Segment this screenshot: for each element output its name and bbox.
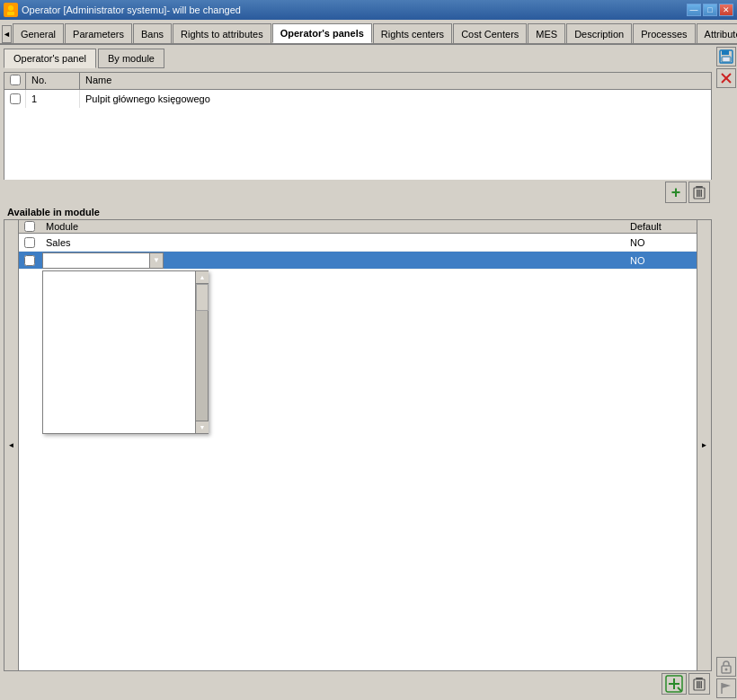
svg-rect-12 xyxy=(697,681,698,688)
dropdown-scroll-up[interactable]: ▲ xyxy=(196,271,209,284)
col-check xyxy=(4,73,26,89)
svg-rect-14 xyxy=(701,681,703,688)
module-dropdown-container: ▼ Accounting Manufacturing Fixed assets … xyxy=(42,253,164,269)
close-button[interactable]: ✕ xyxy=(719,4,733,16)
module-table-header: Module Default xyxy=(19,220,697,234)
module-scroll-left[interactable]: ◄ xyxy=(4,220,19,670)
main-area: Operator's panel By module No. Name xyxy=(0,45,737,700)
svg-rect-4 xyxy=(698,190,700,197)
svg-rect-6 xyxy=(696,186,703,188)
module-table-content: Module Default Sales NO xyxy=(19,220,697,670)
save-icon xyxy=(719,49,733,64)
module-toolbar xyxy=(4,671,712,696)
available-label: Available in module xyxy=(4,205,712,219)
dropdown-item-accounting[interactable]: Accounting xyxy=(43,271,208,288)
lock-icon xyxy=(720,660,733,674)
module-select-all[interactable] xyxy=(24,221,35,232)
module-checkbox-active[interactable] xyxy=(24,255,35,266)
dropdown-scroll-down[interactable]: ▼ xyxy=(196,421,209,433)
dropdown-item-crm[interactable]: CRM xyxy=(43,336,208,352)
minimize-button[interactable]: — xyxy=(687,4,701,16)
tab-general[interactable]: General xyxy=(13,23,64,43)
svg-rect-1 xyxy=(7,12,14,15)
row-no: 1 xyxy=(26,90,80,108)
module-dropdown-arrow[interactable]: ▼ xyxy=(149,253,164,269)
svg-rect-17 xyxy=(722,50,729,55)
tab-parameters[interactable]: Parameters xyxy=(65,23,132,43)
row-name: Pulpit głównego księgowego xyxy=(80,90,711,108)
tab-operators-panels[interactable]: Operator's panels xyxy=(272,23,372,43)
dropdown-item-manufacturing[interactable]: Manufacturing xyxy=(43,288,208,304)
module-dropdown-input[interactable] xyxy=(42,253,150,269)
module-row-sales[interactable]: Sales NO xyxy=(19,234,697,252)
module-row-active[interactable]: ▼ Accounting Manufacturing Fixed assets … xyxy=(19,252,697,270)
window-title: Operator [Administrator systemu]- will b… xyxy=(22,4,241,15)
window-controls: — □ ✕ xyxy=(687,4,733,16)
flag-button[interactable] xyxy=(716,678,736,698)
svg-rect-3 xyxy=(697,190,698,197)
module-add-button[interactable] xyxy=(662,673,687,695)
module-dropdown-list: Accounting Manufacturing Fixed assets Bu… xyxy=(42,270,209,434)
table-row[interactable]: 1 Pulpit głównego księgowego xyxy=(4,90,711,108)
module-section: ◄ Module Default xyxy=(4,219,712,696)
table-header: No. Name xyxy=(4,73,711,90)
svg-rect-5 xyxy=(701,190,703,197)
tab-processes[interactable]: Processes xyxy=(633,23,695,43)
row-checkbox[interactable] xyxy=(10,93,21,104)
add-row-button[interactable]: + xyxy=(665,182,687,203)
nav-left-arrow[interactable]: ◄ xyxy=(2,25,12,43)
sub-tabs: Operator's panel By module xyxy=(4,49,712,68)
dropdown-item-business-intelligence[interactable]: Business Intelligence xyxy=(43,320,208,336)
tab-description[interactable]: Description xyxy=(566,23,632,43)
col-name-header: Name xyxy=(80,73,711,89)
tab-attributes[interactable]: Attributes xyxy=(697,23,737,43)
subtab-by-module[interactable]: By module xyxy=(98,49,164,68)
content-area: Operator's panel By module No. Name xyxy=(0,45,715,700)
svg-rect-13 xyxy=(698,681,700,688)
module-delete-button[interactable] xyxy=(688,673,710,695)
module-default-active: NO xyxy=(625,254,697,267)
dropdown-item-administrator[interactable]: Administrator xyxy=(43,352,208,368)
flag-icon xyxy=(720,682,733,695)
maximize-button[interactable]: □ xyxy=(703,4,717,16)
add-icon xyxy=(665,675,683,693)
tab-rights-to-attributes[interactable]: Rights to attributes xyxy=(173,23,271,43)
table-toolbar: + xyxy=(4,180,712,205)
dropdown-item-subsidiary-administrator[interactable]: Subsidiary Administrator xyxy=(43,401,208,417)
select-all-checkbox[interactable] xyxy=(10,75,21,85)
tab-bans[interactable]: Bans xyxy=(133,23,172,43)
save-button[interactable] xyxy=(716,47,736,66)
delete-row-button[interactable] xyxy=(688,182,710,203)
dropdown-scroll-thumb[interactable] xyxy=(196,284,209,311)
nav-tabs: ◄ General Parameters Bans Rights to attr… xyxy=(0,20,737,45)
table-empty-space xyxy=(4,108,711,180)
trash-icon xyxy=(693,185,706,199)
module-checkbox-sales[interactable] xyxy=(24,237,35,248)
discard-button[interactable] xyxy=(716,68,736,88)
dropdown-scroll-track xyxy=(196,284,208,421)
svg-rect-19 xyxy=(724,58,729,61)
dropdown-scrollbar: ▲ ▼ xyxy=(195,271,208,433)
tab-cost-centers[interactable]: Cost Centers xyxy=(453,23,527,43)
lock-button[interactable] xyxy=(716,657,736,677)
module-col-default: Default xyxy=(625,220,697,233)
dropdown-item-import[interactable]: Import xyxy=(43,417,208,433)
tab-rights-centers[interactable]: Rights centers xyxy=(373,23,452,43)
module-name-active: ▼ Accounting Manufacturing Fixed assets … xyxy=(40,253,625,269)
dropdown-item-fixed-assets[interactable]: Fixed assets xyxy=(43,304,208,320)
module-trash-icon xyxy=(693,677,706,691)
app-icon xyxy=(4,3,18,17)
module-scroll-right[interactable]: ► xyxy=(697,220,711,670)
svg-rect-15 xyxy=(696,678,703,679)
svg-marker-25 xyxy=(722,683,731,688)
tab-mes[interactable]: MES xyxy=(528,23,565,43)
dropdown-item-orders[interactable]: Orders xyxy=(43,368,208,385)
module-check-active xyxy=(19,254,40,267)
svg-point-23 xyxy=(725,669,728,671)
col-no-header: No. xyxy=(26,73,80,89)
title-bar: Operator [Administrator systemu]- will b… xyxy=(0,0,737,20)
module-table-outer: ◄ Module Default xyxy=(4,219,712,671)
dropdown-item-service[interactable]: Service xyxy=(43,385,208,401)
module-col-check xyxy=(19,220,40,233)
subtab-operators-panel[interactable]: Operator's panel xyxy=(4,49,96,68)
